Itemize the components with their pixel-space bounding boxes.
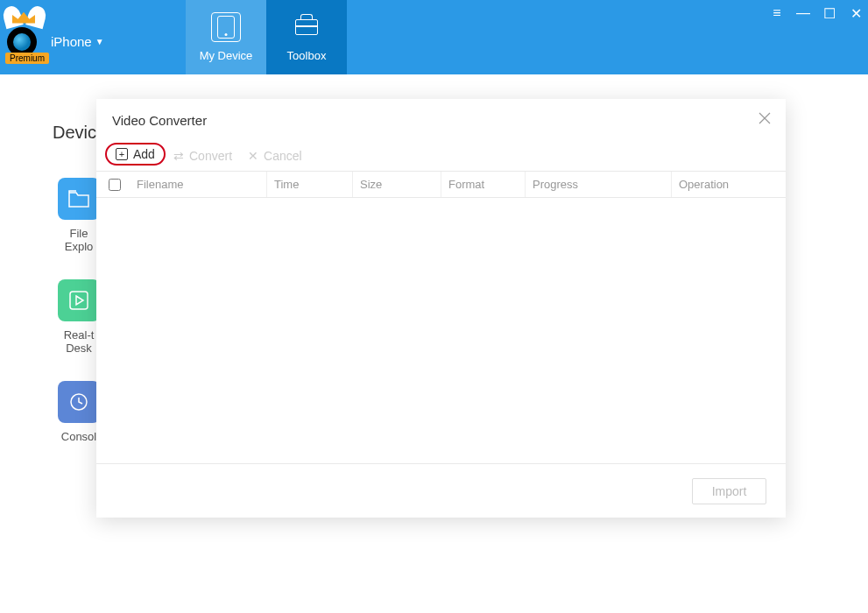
button-label: Convert: [189, 149, 232, 163]
column-operation[interactable]: Operation: [671, 172, 767, 197]
play-icon: [58, 279, 100, 321]
svg-rect-0: [70, 292, 88, 309]
column-time[interactable]: Time: [266, 172, 352, 197]
menu-icon[interactable]: ≡: [770, 5, 784, 22]
window-controls: ≡ — ☐ ✕: [770, 5, 863, 22]
table-header: Filename Time Size Format Progress Opera…: [96, 172, 786, 198]
button-label: Cancel: [264, 149, 302, 163]
nav-tabs: My Device Toolbox: [186, 0, 347, 74]
select-all-checkbox[interactable]: [109, 179, 137, 191]
device-selector[interactable]: iPhone ▼: [51, 34, 104, 49]
folder-icon: [58, 178, 100, 220]
tab-label: My Device: [200, 49, 253, 62]
column-progress[interactable]: Progress: [525, 172, 671, 197]
tablet-icon: [211, 12, 241, 42]
video-converter-dialog: Video Converter ⇄ Convert ✕ Cancel Filen…: [96, 99, 786, 518]
toolbox-icon: [292, 12, 321, 42]
button-label: Add: [133, 147, 155, 161]
column-filename[interactable]: Filename: [137, 172, 266, 197]
column-format[interactable]: Format: [441, 172, 525, 197]
tab-my-device[interactable]: My Device: [186, 0, 266, 74]
close-icon[interactable]: [758, 111, 772, 130]
tab-toolbox[interactable]: Toolbox: [266, 0, 347, 74]
dialog-toolbar: ⇄ Convert ✕ Cancel: [96, 141, 786, 172]
convert-icon: ⇄: [173, 149, 184, 163]
dialog-header: Video Converter: [96, 99, 786, 141]
table-body: [96, 198, 786, 463]
tool-label: File Explo: [65, 227, 94, 253]
clock-icon: [58, 381, 100, 423]
cancel-button[interactable]: ✕ Cancel: [248, 149, 302, 163]
import-button[interactable]: Import: [692, 478, 766, 504]
column-size[interactable]: Size: [352, 172, 441, 197]
premium-badge: Premium: [5, 53, 49, 64]
dialog-footer: Import: [96, 463, 786, 518]
app-header: Premium iPhone ▼ My Device Toolbox ≡ — ☐…: [0, 0, 868, 74]
tool-label: Consol: [61, 430, 96, 443]
plus-icon: +: [116, 148, 128, 160]
maximize-icon[interactable]: ☐: [822, 5, 836, 22]
convert-button[interactable]: ⇄ Convert: [173, 149, 232, 163]
logo-area: Premium iPhone ▼: [0, 0, 175, 74]
dialog-title: Video Converter: [112, 113, 207, 128]
device-name: iPhone: [51, 34, 92, 49]
minimize-icon[interactable]: —: [796, 5, 810, 22]
tool-label: Real-t Desk: [64, 328, 95, 355]
cancel-icon: ✕: [248, 149, 258, 163]
chevron-down-icon: ▼: [95, 37, 104, 46]
add-button[interactable]: + Add: [105, 143, 166, 166]
tab-label: Toolbox: [287, 49, 327, 62]
close-icon[interactable]: ✕: [849, 5, 863, 22]
